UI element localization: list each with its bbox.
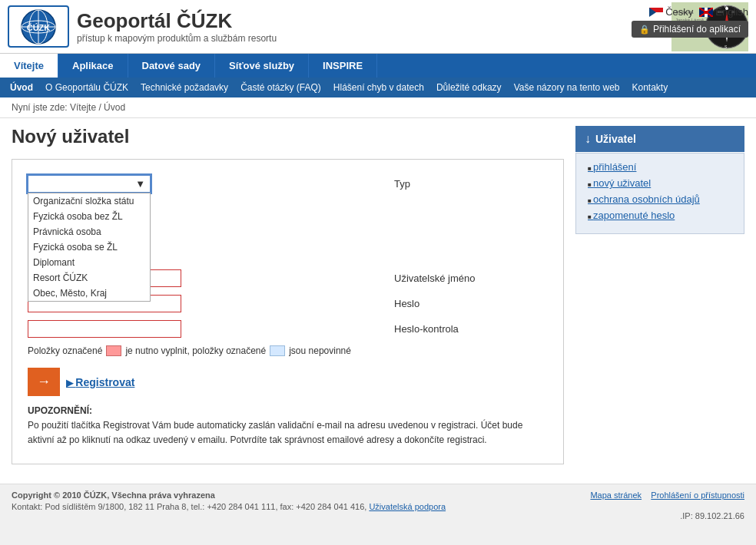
register-area: Registrovat (28, 368, 548, 396)
password-confirm-field (28, 320, 394, 338)
subnav-uvod[interactable]: Úvod (4, 78, 39, 97)
type-field: ▼ Organizační složka státu Fyzická osoba… (28, 175, 394, 193)
type-select[interactable]: ▼ (28, 175, 151, 193)
dropdown-item-obec[interactable]: Obec, Město, Kraj (28, 286, 150, 301)
sidebar-links: přihlášení nový uživatel ochrana osobníc… (575, 153, 744, 234)
footer-accessibility-link[interactable]: Prohlášení o přístupnosti (651, 490, 744, 500)
footer-left: Copyright © 2010 ČÚZK, Všechna práva vyh… (12, 490, 446, 511)
dropdown-item-org[interactable]: Organizační složka státu (28, 193, 150, 209)
uk-flag-icon (699, 8, 713, 17)
login-button[interactable]: Přihlášení do aplikací (632, 21, 748, 38)
password-confirm-input[interactable] (28, 320, 181, 338)
main-navigation: Vítejte Aplikace Datové sady Síťové služ… (0, 54, 756, 78)
dropdown-item-resort[interactable]: Resort ČÚZK (28, 270, 150, 286)
register-link[interactable]: Registrovat (66, 376, 134, 388)
logo-globe-icon: ČÚZK (19, 8, 58, 46)
tab-datove-sady[interactable]: Datové sady (128, 54, 216, 78)
site-subtitle: přístup k mapovým produktům a službám re… (77, 33, 277, 44)
site-title-area: Geoportál ČÚZK přístup k mapovým produkt… (77, 9, 277, 44)
dropdown-item-diplomant[interactable]: Diplomant (28, 255, 150, 270)
svg-text:ČÚZK: ČÚZK (27, 23, 51, 32)
lang-english[interactable]: English (699, 6, 748, 18)
footer-copyright: Copyright © 2010 ČÚZK, Všechna práva vyh… (12, 490, 446, 500)
dropdown-item-fyz-se[interactable]: Fyzická osoba se ŽL (28, 239, 150, 255)
footer-links-row: Mapa stránek Prohlášení o přístupnosti (590, 490, 744, 500)
label-password-confirm: Heslo-kontrola (394, 323, 548, 335)
footer-map-link[interactable]: Mapa stránek (590, 490, 642, 500)
required-color-box (106, 345, 121, 356)
sidebar-link-forgot-password[interactable]: zapomenuté heslo (588, 210, 732, 221)
lang-czech[interactable]: Česky (649, 6, 693, 18)
sidebar: Uživatel přihlášení nový uživatel ochran… (575, 126, 744, 476)
footer-contact: Kontakt: Pod sídlištěm 9/1800, 182 11 Pr… (12, 502, 446, 511)
tab-vitejte[interactable]: Vítejte (0, 54, 58, 78)
label-username: Uživatelské jméno (394, 272, 548, 284)
sidebar-link-login[interactable]: přihlášení (588, 161, 732, 173)
site-title: Geoportál ČÚZK (77, 9, 277, 33)
sidebar-link-privacy[interactable]: ochrana osobních údajů (588, 193, 732, 205)
form-row-password-confirm: Heslo-kontrola (28, 320, 548, 338)
tab-aplikace[interactable]: Aplikace (58, 54, 128, 78)
legend: Položky označené je nutno vyplnit, polož… (28, 345, 548, 356)
subnav-dulezite[interactable]: Důležité odkazy (430, 78, 508, 97)
register-arrow-button[interactable] (28, 368, 60, 396)
label-password: Heslo (394, 298, 548, 309)
logo: ČÚZK (8, 5, 69, 48)
sub-navigation: Úvod O Geoportálu ČÚZK Technické požadav… (0, 78, 756, 97)
header-right: Česky English Přihlášení do aplikací (632, 6, 748, 38)
subnav-technicke[interactable]: Technické požadavky (134, 78, 234, 97)
warning-text: Po použití tlačítka Registrovat Vám bude… (28, 418, 548, 448)
breadcrumb: Nyní jste zde: Vítejte / Úvod (0, 97, 756, 118)
type-dropdown: Organizační složka státu Fyzická osoba b… (28, 193, 151, 302)
subnav-kontakty[interactable]: Kontakty (626, 78, 675, 97)
label-typ: Typ (394, 178, 548, 190)
subnav-hlaseni[interactable]: Hlášení chyb v datech (327, 78, 430, 97)
page-title: Nový uživatel (12, 126, 564, 147)
registration-form: ▼ Organizační složka státu Fyzická osoba… (12, 159, 564, 464)
language-switcher: Česky English (649, 6, 748, 18)
czech-flag-icon (649, 8, 663, 17)
footer-right: Mapa stránek Prohlášení o přístupnosti .… (590, 490, 744, 520)
form-row-type: ▼ Organizační složka státu Fyzická osoba… (28, 175, 548, 193)
subnav-o-geoportalu[interactable]: O Geoportálu ČÚZK (39, 78, 134, 97)
dropdown-item-fyz-bez[interactable]: Fyzická osoba bez ŽL (28, 209, 150, 224)
footer: Copyright © 2010 ČÚZK, Všechna práva vyh… (0, 484, 756, 527)
sidebar-user-header: Uživatel (575, 126, 744, 152)
sidebar-link-new-user[interactable]: nový uživatel (588, 177, 732, 189)
subnav-faq[interactable]: Časté otázky (FAQ) (234, 78, 327, 97)
dropdown-item-pravnicka[interactable]: Právnická osoba (28, 224, 150, 239)
subnav-nazory[interactable]: Vaše názory na tento web (508, 78, 626, 97)
tab-inspire[interactable]: INSPIRE (309, 54, 377, 78)
optional-color-box (270, 345, 285, 356)
warning-box: UPOZORNĚNÍ: Po použití tlačítka Registro… (28, 404, 548, 448)
tab-sitove-sluzby[interactable]: Síťové služby (215, 54, 309, 78)
footer-ip: .IP: 89.102.21.66 (680, 511, 744, 520)
footer-support-link[interactable]: Uživatelská podpora (369, 502, 446, 511)
warning-title: UPOZORNĚNÍ: (28, 404, 548, 418)
